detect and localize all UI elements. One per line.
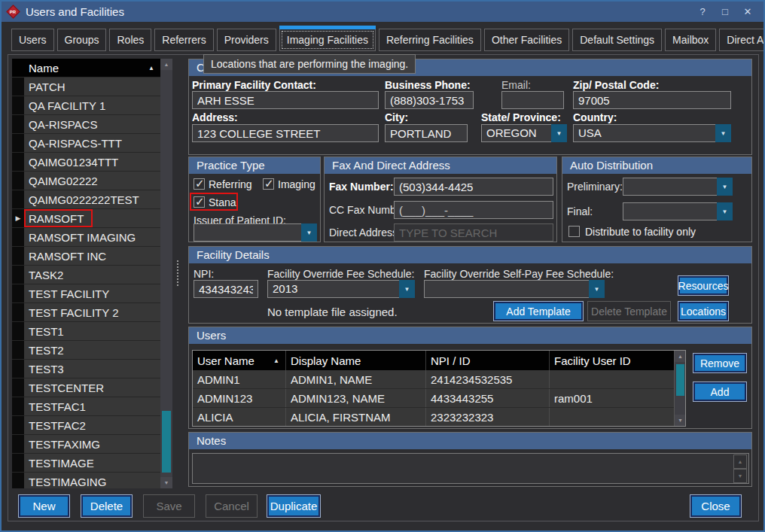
- resources-button[interactable]: Resources: [678, 275, 729, 296]
- tab-other-facilities[interactable]: Other Facilities: [484, 29, 569, 51]
- scroll-down-icon[interactable]: ▼: [675, 415, 686, 426]
- chevron-down-icon[interactable]: ▼: [301, 223, 317, 242]
- tab-providers[interactable]: Providers: [217, 29, 276, 51]
- fee-schedule-dropdown[interactable]: 2013 ▼: [267, 280, 415, 298]
- new-button[interactable]: New: [18, 494, 70, 518]
- tab-default-settings[interactable]: Default Settings: [572, 29, 662, 51]
- col-npi-id[interactable]: NPI / ID: [426, 351, 550, 370]
- facility-list-item[interactable]: RAMSOFT INC: [12, 247, 160, 266]
- help-icon[interactable]: ?: [693, 5, 712, 20]
- tab-groups[interactable]: Groups: [57, 29, 107, 51]
- delete-button[interactable]: Delete: [81, 494, 133, 518]
- col-facility-user-id[interactable]: Facility User ID: [550, 351, 685, 370]
- distribute-checkbox[interactable]: [568, 226, 580, 237]
- facility-list-item[interactable]: QA-RISPACS-TTT: [12, 134, 160, 153]
- preliminary-dropdown[interactable]: ▼: [623, 178, 733, 196]
- notes-scroll-down-icon[interactable]: ▼: [733, 469, 747, 483]
- tab-imaging-facilities[interactable]: Imaging Facilities: [279, 29, 376, 51]
- email-input[interactable]: [501, 91, 564, 109]
- close-window-icon[interactable]: ✕: [738, 5, 757, 20]
- facility-list-item[interactable]: PATCH: [12, 78, 160, 96]
- remove-user-button[interactable]: Remove: [693, 353, 747, 373]
- referring-checkbox[interactable]: [194, 178, 205, 190]
- close-button[interactable]: Close: [690, 494, 742, 518]
- locations-button[interactable]: Locations: [678, 301, 729, 321]
- scroll-down-icon[interactable]: ▼: [160, 477, 172, 488]
- col-display-name[interactable]: Display Name: [286, 351, 426, 370]
- facility-list-item[interactable]: TEST2: [12, 341, 160, 360]
- tab-direct-addresses[interactable]: Direct Addresses: [719, 29, 765, 51]
- facility-list-item[interactable]: TESTIMAGE: [12, 454, 160, 473]
- facility-list-item[interactable]: TESTCENTER: [12, 378, 160, 397]
- business-phone-input[interactable]: [385, 91, 474, 109]
- chevron-down-icon[interactable]: ▼: [551, 124, 567, 142]
- users-table-scrollbar[interactable]: ▲ ▼: [674, 351, 685, 426]
- direct-address-label: Direct Address:: [329, 226, 401, 239]
- final-dropdown[interactable]: ▼: [623, 202, 733, 220]
- zip-input[interactable]: [573, 91, 731, 109]
- tab-users[interactable]: Users: [11, 29, 54, 51]
- facility-list-item[interactable]: QAIMG01234TTT: [12, 153, 160, 172]
- address-input[interactable]: [192, 124, 379, 142]
- tab-referrers[interactable]: Referrers: [154, 29, 213, 51]
- scrollbar-thumb[interactable]: [162, 411, 171, 473]
- delete-template-button[interactable]: Delete Template: [587, 301, 671, 321]
- facility-list-item[interactable]: QAIMG0222222TEST: [12, 190, 160, 209]
- practice-type-header: Practice Type: [189, 157, 320, 174]
- users-table-row[interactable]: ADMIN123ADMIN123, NAME4433443255ram001: [193, 389, 685, 408]
- chevron-down-icon[interactable]: ▼: [717, 178, 733, 196]
- scroll-up-icon[interactable]: ▲: [160, 59, 172, 70]
- facility-list-item[interactable]: TESTFAC2: [12, 416, 160, 435]
- scrollbar-thumb[interactable]: [676, 364, 684, 396]
- facility-list-scrollbar[interactable]: ▲ ▼: [160, 59, 172, 488]
- chevron-down-icon[interactable]: ▼: [717, 202, 733, 220]
- facility-list-item[interactable]: TESTFAXIMG: [12, 435, 160, 454]
- col-user-name[interactable]: User Name▲: [193, 351, 286, 370]
- country-dropdown[interactable]: USA ▼: [573, 124, 731, 142]
- notes-textarea[interactable]: [192, 453, 749, 484]
- tab-roles[interactable]: Roles: [109, 29, 151, 51]
- users-table-row[interactable]: ALICIAALICIA, FIRSTNAM2323232323: [193, 408, 685, 427]
- users-table-header[interactable]: User Name▲ Display Name NPI / ID Facilit…: [193, 351, 685, 370]
- state-label: State/ Province:: [481, 111, 561, 123]
- city-input[interactable]: [385, 124, 468, 142]
- npi-input[interactable]: [194, 280, 258, 298]
- facility-list-item[interactable]: QA-RISPACS: [12, 115, 160, 134]
- facility-list-item[interactable]: TASK2: [12, 266, 160, 284]
- chevron-down-icon[interactable]: ▼: [589, 280, 605, 298]
- chevron-down-icon[interactable]: ▼: [399, 280, 415, 298]
- scroll-up-icon[interactable]: ▲: [675, 351, 686, 362]
- fax-number-input[interactable]: [394, 178, 553, 196]
- tab-referring-facilities[interactable]: Referring Facilities: [379, 29, 481, 51]
- tab-tooltip: Locations that are performing the imagin…: [203, 54, 416, 74]
- facility-list-item[interactable]: TEST FACILITY: [12, 284, 160, 303]
- issuer-dropdown[interactable]: ▼: [194, 223, 317, 242]
- save-button[interactable]: Save: [143, 494, 195, 518]
- chevron-down-icon[interactable]: ▼: [715, 124, 731, 142]
- state-dropdown[interactable]: OREGON ▼: [481, 124, 567, 142]
- users-table-row[interactable]: ADMIN1ADMIN1, NAME2414234532535: [193, 370, 685, 389]
- add-template-button[interactable]: Add Template: [493, 301, 584, 321]
- facility-list-item[interactable]: TESTIMAGING: [12, 473, 160, 488]
- duplicate-button[interactable]: Duplicate: [267, 494, 321, 518]
- facility-list-item[interactable]: RAMSOFT IMAGING: [12, 228, 160, 247]
- tab-strip: UsersGroupsRolesReferrersProvidersImagin…: [11, 29, 765, 51]
- tab-mailbox[interactable]: Mailbox: [665, 29, 716, 51]
- facility-list-item[interactable]: TESTFAC1: [12, 397, 160, 416]
- facility-list-item[interactable]: QA FACILITY 1: [12, 96, 160, 115]
- notes-scroll-up-icon[interactable]: ▲: [733, 454, 747, 469]
- facility-list-item[interactable]: TEST FACILITY 2: [12, 303, 160, 322]
- maximize-icon[interactable]: □: [715, 5, 735, 20]
- panel-splitter[interactable]: [174, 59, 182, 488]
- imaging-checkbox[interactable]: [263, 178, 274, 190]
- selfpay-schedule-dropdown[interactable]: ▼: [424, 280, 605, 298]
- add-user-button[interactable]: Add: [693, 382, 747, 402]
- cc-fax-input[interactable]: [394, 201, 553, 219]
- cancel-button[interactable]: Cancel: [206, 494, 258, 518]
- facility-list-name-header[interactable]: Name ▲: [12, 59, 160, 78]
- facility-list-item[interactable]: TEST1: [12, 322, 160, 341]
- primary-contact-input[interactable]: [192, 91, 379, 109]
- direct-address-input[interactable]: [394, 223, 553, 242]
- facility-list-item[interactable]: TEST3: [12, 360, 160, 378]
- facility-list-item[interactable]: QAIMG02222: [12, 172, 160, 190]
